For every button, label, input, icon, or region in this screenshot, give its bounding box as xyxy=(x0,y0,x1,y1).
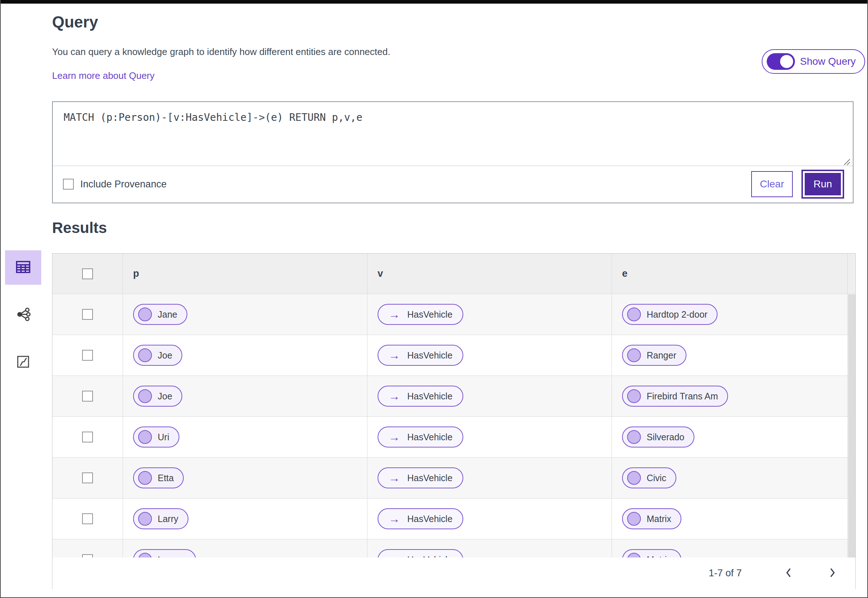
cell-e: Matrix xyxy=(612,540,848,558)
cell-e: Civic xyxy=(612,457,848,498)
show-query-label: Show Query xyxy=(800,56,856,67)
node-pill-label: Matrix xyxy=(647,555,671,558)
row-checkbox-cell xyxy=(52,417,123,457)
node-circle-icon xyxy=(138,348,152,362)
arrow-right-icon: → xyxy=(388,350,400,361)
table-row: Jane→HasVehicleHardtop 2-door xyxy=(52,294,855,335)
row-select-checkbox[interactable] xyxy=(82,391,93,402)
node-circle-icon xyxy=(627,348,641,362)
column-header-v: v xyxy=(368,254,612,294)
cell-e: Matrix xyxy=(612,498,848,539)
row-select-checkbox[interactable] xyxy=(82,513,93,524)
node-pill-label: Joe xyxy=(158,391,172,402)
top-border-bar xyxy=(1,0,868,4)
edge-pill[interactable]: →HasVehicle xyxy=(378,345,463,366)
edge-pill-label: HasVehicle xyxy=(407,432,453,443)
edge-pill[interactable]: →HasVehicle xyxy=(378,549,463,558)
node-circle-icon xyxy=(138,389,152,403)
toggle-knob xyxy=(780,55,793,68)
node-pill[interactable]: Uri xyxy=(133,426,179,447)
column-header-e: e xyxy=(612,254,848,294)
edge-pill-label: HasVehicle xyxy=(407,473,453,483)
row-select-checkbox[interactable] xyxy=(82,472,93,483)
row-checkbox-cell xyxy=(52,540,123,558)
cell-v: →HasVehicle xyxy=(368,335,612,375)
cell-e: Hardtop 2-door xyxy=(612,294,848,335)
toggle-switch-icon[interactable] xyxy=(767,53,795,70)
edge-pill[interactable]: →HasVehicle xyxy=(378,426,463,447)
node-pill[interactable]: Lauren xyxy=(133,549,196,558)
node-pill-label: Uri xyxy=(158,432,169,443)
table-row: Joe→HasVehicleRanger xyxy=(52,335,855,376)
cell-p: Joe xyxy=(123,376,368,416)
pagination-bar: 1-7 of 7 xyxy=(52,558,855,589)
node-circle-icon xyxy=(627,553,641,558)
node-pill[interactable]: Silverado xyxy=(622,426,695,447)
clear-button[interactable]: Clear xyxy=(751,171,793,197)
node-pill-label: Firebird Trans Am xyxy=(647,391,718,402)
node-pill[interactable]: Etta xyxy=(133,467,184,488)
cell-v: →HasVehicle xyxy=(368,498,612,539)
row-checkbox-cell xyxy=(52,294,123,335)
table-row: Etta→HasVehicleCivic xyxy=(52,457,855,498)
row-select-checkbox[interactable] xyxy=(82,432,93,443)
row-select-checkbox[interactable] xyxy=(82,554,93,558)
run-button[interactable]: Run xyxy=(801,170,844,199)
node-pill[interactable]: Joe xyxy=(133,386,182,407)
row-checkbox-cell xyxy=(52,335,123,375)
table-row: Larry→HasVehicleMatrix xyxy=(52,498,855,540)
pagination-prev-button[interactable] xyxy=(781,564,796,582)
node-pill-label: Lauren xyxy=(158,555,186,558)
node-pill-label: Larry xyxy=(158,514,178,524)
show-query-toggle[interactable]: Show Query xyxy=(762,49,865,74)
edge-pill-label: HasVehicle xyxy=(407,555,453,558)
node-pill[interactable]: Joe xyxy=(133,345,182,366)
node-pill[interactable]: Matrix xyxy=(622,549,681,558)
cell-v: →HasVehicle xyxy=(368,457,612,498)
select-all-checkbox[interactable] xyxy=(82,268,93,279)
cell-p: Lauren xyxy=(123,540,368,558)
sidebar-item-graph-view[interactable] xyxy=(5,298,41,332)
query-input[interactable]: MATCH (p:Person)-[v:HasVehicle]->(e) RET… xyxy=(53,102,853,166)
learn-more-link[interactable]: Learn more about Query xyxy=(52,70,154,81)
table-scroll-region: p v e Jane→HasVehicleHardtop 2-doorJoe→H… xyxy=(52,254,855,558)
node-pill[interactable]: Ranger xyxy=(622,345,686,366)
sidebar-item-chart-view[interactable] xyxy=(5,345,41,380)
edge-pill-label: HasVehicle xyxy=(407,350,453,361)
row-checkbox-cell xyxy=(52,457,123,498)
query-toolbar: Include Provenance Clear Run xyxy=(53,166,853,202)
table-row: Joe→HasVehicleFirebird Trans Am xyxy=(52,376,855,417)
node-circle-icon xyxy=(627,471,641,485)
node-pill[interactable]: Hardtop 2-door xyxy=(622,304,717,325)
node-pill[interactable]: Firebird Trans Am xyxy=(622,386,728,407)
node-pill-label: Ranger xyxy=(647,350,676,361)
edge-pill[interactable]: →HasVehicle xyxy=(378,386,463,407)
node-pill[interactable]: Jane xyxy=(133,304,187,325)
include-provenance-checkbox[interactable] xyxy=(63,179,74,190)
row-select-checkbox[interactable] xyxy=(82,309,93,320)
sidebar-item-table-view[interactable] xyxy=(5,250,41,285)
edge-pill[interactable]: →HasVehicle xyxy=(378,467,463,488)
edge-pill[interactable]: →HasVehicle xyxy=(378,508,463,529)
node-circle-icon xyxy=(138,553,152,558)
resize-handle-icon[interactable] xyxy=(842,157,852,166)
node-pill-label: Etta xyxy=(158,473,173,483)
table-row: Lauren→HasVehicleMatrix xyxy=(52,540,855,558)
edge-pill[interactable]: →HasVehicle xyxy=(378,304,463,325)
row-select-checkbox[interactable] xyxy=(82,350,93,361)
vertical-scrollbar[interactable] xyxy=(848,295,855,558)
node-pill[interactable]: Matrix xyxy=(622,508,681,529)
arrow-right-icon: → xyxy=(388,309,400,320)
pagination-next-button[interactable] xyxy=(825,564,840,582)
table-rows: Jane→HasVehicleHardtop 2-doorJoe→HasVehi… xyxy=(52,294,855,558)
row-checkbox-cell xyxy=(52,498,123,539)
node-pill[interactable]: Civic xyxy=(622,467,676,488)
cell-e: Silverado xyxy=(612,417,848,457)
node-pill[interactable]: Larry xyxy=(133,508,188,529)
cell-v: →HasVehicle xyxy=(368,540,612,558)
cell-e: Ranger xyxy=(612,335,848,375)
row-checkbox-cell xyxy=(52,376,123,416)
table-header-row: p v e xyxy=(52,254,855,294)
cell-v: →HasVehicle xyxy=(368,376,612,416)
chevron-right-icon xyxy=(828,574,837,579)
